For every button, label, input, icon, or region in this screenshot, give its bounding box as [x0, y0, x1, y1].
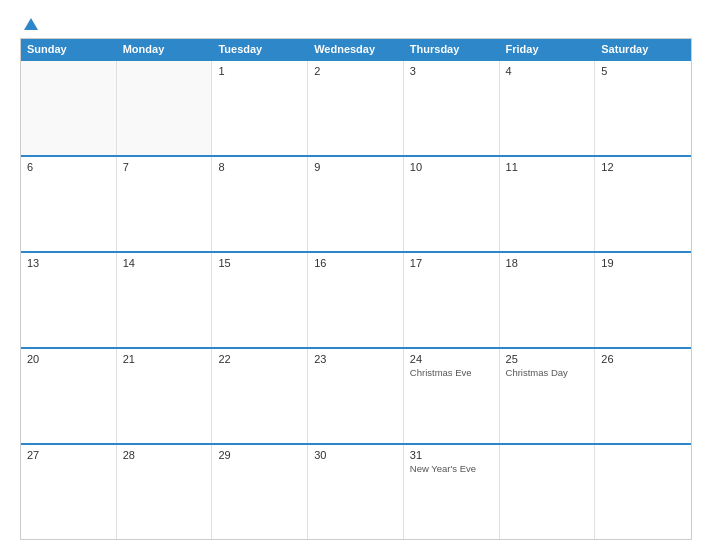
day-number: 13: [27, 257, 110, 269]
calendar-cell: 8: [212, 157, 308, 251]
logo: [20, 18, 38, 30]
day-number: 9: [314, 161, 397, 173]
day-number: 28: [123, 449, 206, 461]
day-number: 10: [410, 161, 493, 173]
calendar-cell: 6: [21, 157, 117, 251]
logo-triangle-icon: [24, 18, 38, 30]
day-number: 25: [506, 353, 589, 365]
calendar-cell: 14: [117, 253, 213, 347]
day-number: 11: [506, 161, 589, 173]
calendar-cell: 26: [595, 349, 691, 443]
day-number: 24: [410, 353, 493, 365]
calendar-cell: 30: [308, 445, 404, 539]
calendar-header-cell: Sunday: [21, 39, 117, 59]
calendar-body: 123456789101112131415161718192021222324C…: [21, 59, 691, 539]
calendar-cell: 10: [404, 157, 500, 251]
calendar-cell: 23: [308, 349, 404, 443]
calendar-cell: 31New Year's Eve: [404, 445, 500, 539]
day-number: 12: [601, 161, 685, 173]
day-number: 21: [123, 353, 206, 365]
day-number: 30: [314, 449, 397, 461]
calendar-week: 12345: [21, 59, 691, 155]
day-number: 7: [123, 161, 206, 173]
calendar-week: 13141516171819: [21, 251, 691, 347]
calendar-cell: 12: [595, 157, 691, 251]
calendar-cell: 17: [404, 253, 500, 347]
calendar-cell: 25Christmas Day: [500, 349, 596, 443]
page: SundayMondayTuesdayWednesdayThursdayFrid…: [0, 0, 712, 550]
calendar-event: Christmas Eve: [410, 367, 493, 378]
calendar-cell: 3: [404, 61, 500, 155]
day-number: 19: [601, 257, 685, 269]
day-number: 23: [314, 353, 397, 365]
calendar-cell: 15: [212, 253, 308, 347]
calendar-cell: 24Christmas Eve: [404, 349, 500, 443]
day-number: 18: [506, 257, 589, 269]
day-number: 2: [314, 65, 397, 77]
calendar-cell: 4: [500, 61, 596, 155]
calendar-cell: 5: [595, 61, 691, 155]
calendar-event: New Year's Eve: [410, 463, 493, 474]
calendar-week: 2728293031New Year's Eve: [21, 443, 691, 539]
calendar-cell: 2: [308, 61, 404, 155]
calendar: SundayMondayTuesdayWednesdayThursdayFrid…: [20, 38, 692, 540]
day-number: 14: [123, 257, 206, 269]
calendar-cell: [500, 445, 596, 539]
calendar-cell: [21, 61, 117, 155]
calendar-cell: 28: [117, 445, 213, 539]
day-number: 27: [27, 449, 110, 461]
calendar-header-row: SundayMondayTuesdayWednesdayThursdayFrid…: [21, 39, 691, 59]
day-number: 3: [410, 65, 493, 77]
calendar-header-cell: Thursday: [404, 39, 500, 59]
calendar-header-cell: Monday: [117, 39, 213, 59]
calendar-cell: 20: [21, 349, 117, 443]
day-number: 29: [218, 449, 301, 461]
calendar-cell: 21: [117, 349, 213, 443]
calendar-week: 6789101112: [21, 155, 691, 251]
day-number: 22: [218, 353, 301, 365]
calendar-cell: [117, 61, 213, 155]
day-number: 31: [410, 449, 493, 461]
calendar-cell: 19: [595, 253, 691, 347]
calendar-week: 2021222324Christmas Eve25Christmas Day26: [21, 347, 691, 443]
calendar-cell: 9: [308, 157, 404, 251]
calendar-cell: 27: [21, 445, 117, 539]
day-number: 15: [218, 257, 301, 269]
day-number: 8: [218, 161, 301, 173]
day-number: 16: [314, 257, 397, 269]
header: [20, 18, 692, 30]
calendar-header-cell: Tuesday: [212, 39, 308, 59]
day-number: 1: [218, 65, 301, 77]
calendar-cell: 7: [117, 157, 213, 251]
calendar-header-cell: Saturday: [595, 39, 691, 59]
calendar-header-cell: Wednesday: [308, 39, 404, 59]
calendar-cell: 29: [212, 445, 308, 539]
day-number: 5: [601, 65, 685, 77]
calendar-cell: 1: [212, 61, 308, 155]
calendar-header-cell: Friday: [500, 39, 596, 59]
calendar-cell: 18: [500, 253, 596, 347]
calendar-cell: 22: [212, 349, 308, 443]
calendar-cell: 13: [21, 253, 117, 347]
day-number: 26: [601, 353, 685, 365]
day-number: 17: [410, 257, 493, 269]
day-number: 6: [27, 161, 110, 173]
calendar-cell: 11: [500, 157, 596, 251]
calendar-cell: 16: [308, 253, 404, 347]
day-number: 20: [27, 353, 110, 365]
calendar-cell: [595, 445, 691, 539]
day-number: 4: [506, 65, 589, 77]
calendar-event: Christmas Day: [506, 367, 589, 378]
